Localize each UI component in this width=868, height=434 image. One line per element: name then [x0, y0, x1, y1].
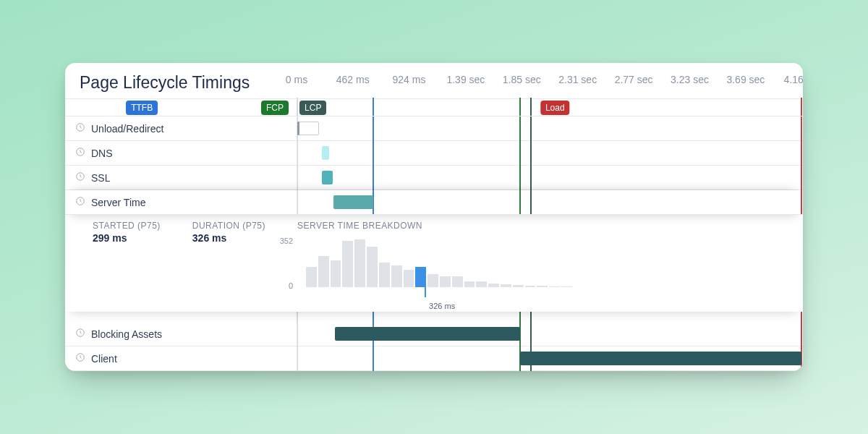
timeline-tick: 4.16 sec: [784, 74, 803, 85]
started-caption: STARTED (P75): [93, 221, 161, 231]
duration-caption: DURATION (P75): [192, 221, 265, 231]
row-timeline-server: [297, 190, 803, 214]
row-label-text: DNS: [91, 148, 113, 159]
histo-ymin: 0: [289, 281, 293, 290]
histo-bar: [342, 241, 353, 287]
row-label-server: Server Time: [65, 190, 297, 214]
started-value: 299 ms: [93, 232, 161, 244]
row-label-text: Client: [91, 353, 117, 365]
breakdown-block: SERVER TIME BREAKDOWN 352 0 326 ms: [297, 221, 786, 297]
breakdown-histogram: 352 0 326 ms: [297, 235, 572, 297]
bar-client: [520, 352, 801, 365]
row-label-text: Blocking Assets: [91, 328, 162, 340]
histo-bar: [501, 284, 511, 287]
timeline-tick: 1.85 sec: [503, 74, 541, 85]
histo-bar: [452, 276, 463, 287]
bar-unload: [297, 122, 319, 135]
server-time-expanded: Server Time STARTED (P75) 299 ms DURATIO…: [65, 190, 803, 312]
histo-bar: [549, 286, 560, 288]
row-dns[interactable]: DNS: [65, 141, 803, 166]
bar-blocking: [335, 327, 520, 341]
timeline-tick: 2.77 sec: [615, 74, 653, 85]
row-timeline-unload: [297, 116, 803, 140]
server-time-detail: STARTED (P75) 299 ms DURATION (P75) 326 …: [65, 215, 803, 312]
bar-unload: [297, 122, 299, 135]
histo-bar: [537, 286, 548, 287]
page-lifecycle-panel: Page Lifecycle Timings 0 ms462 ms924 ms1…: [65, 63, 803, 371]
histo-bar: [306, 267, 317, 287]
event-label-ttfb[interactable]: TTFB: [126, 101, 158, 115]
timing-rows: Unload/RedirectDNSSSLServer Time STARTED…: [65, 116, 803, 371]
histo-bar: [354, 239, 365, 287]
clock-icon: [75, 352, 85, 365]
histo-bar: [331, 260, 341, 288]
row-timeline-client: [297, 346, 803, 370]
row-blocking[interactable]: Blocking Assets: [65, 322, 803, 346]
histo-bar: [513, 285, 524, 287]
histo-bar: [561, 286, 572, 287]
histo-p75-mark: [425, 287, 426, 297]
timeline-tick-row: 0 ms462 ms924 ms1.39 sec1.85 sec2.31 sec…: [297, 74, 788, 93]
timeline-tick: 924 ms: [393, 74, 426, 85]
histo-p75-label: 326 ms: [429, 302, 455, 310]
timeline-tick: 2.31 sec: [558, 74, 597, 85]
histo-bar: [367, 247, 378, 287]
duration-block: DURATION (P75) 326 ms: [192, 221, 265, 297]
bar-server: [333, 195, 373, 209]
row-client[interactable]: Client: [65, 346, 803, 371]
histo-bar: [379, 263, 390, 287]
histo-ymax: 352: [280, 237, 293, 245]
bar-ssl: [322, 171, 333, 184]
timeline-tick: 1.39 sec: [446, 74, 485, 85]
events-label-row: TTFBFCPLCPLoad: [65, 99, 803, 116]
histo-bar: [440, 276, 451, 287]
row-label-ssl: SSL: [65, 166, 297, 190]
event-label-load[interactable]: Load: [540, 101, 570, 115]
row-label-dns: DNS: [65, 141, 297, 165]
row-unload[interactable]: Unload/Redirect: [65, 116, 803, 141]
panel-header: Page Lifecycle Timings 0 ms462 ms924 ms1…: [65, 63, 803, 99]
histo-bar: [488, 284, 499, 287]
timeline-tick: 462 ms: [336, 74, 370, 85]
row-label-text: Server Time: [91, 197, 145, 208]
row-timeline-dns: [297, 141, 803, 165]
timeline-tick: 0 ms: [286, 74, 307, 85]
histo-bar: [427, 274, 438, 287]
row-label-unload: Unload/Redirect: [65, 116, 297, 140]
row-label-text: SSL: [91, 172, 110, 184]
row-server[interactable]: Server Time: [65, 190, 803, 215]
row-ssl[interactable]: SSL: [65, 166, 803, 190]
row-label-client: Client: [65, 346, 297, 370]
breakdown-caption: SERVER TIME BREAKDOWN: [297, 221, 786, 231]
row-timeline-blocking: [297, 322, 803, 346]
histo-bar: [318, 256, 329, 287]
started-block: STARTED (P75) 299 ms: [93, 221, 161, 297]
timeline-tick: 3.23 sec: [671, 74, 709, 85]
event-label-fcp[interactable]: FCP: [261, 101, 289, 115]
clock-icon: [75, 328, 85, 340]
row-timeline-ssl: [297, 166, 803, 190]
clock-icon: [75, 122, 85, 135]
bar-dns: [322, 146, 329, 160]
clock-icon: [75, 196, 85, 208]
histo-bar: [464, 281, 475, 287]
row-label-text: Unload/Redirect: [91, 123, 163, 135]
timeline-tick: 3.69 sec: [726, 74, 765, 85]
duration-value: 326 ms: [192, 232, 265, 244]
histo-bar: [415, 267, 426, 287]
clock-icon: [75, 171, 85, 184]
histo-bar: [525, 286, 536, 287]
histo-bar: [476, 281, 487, 287]
row-label-blocking: Blocking Assets: [65, 322, 297, 346]
histo-bar: [391, 265, 402, 287]
event-label-lcp[interactable]: LCP: [299, 101, 326, 115]
panel-title: Page Lifecycle Timings: [80, 73, 297, 93]
histo-bar: [404, 270, 414, 287]
clock-icon: [75, 147, 85, 159]
